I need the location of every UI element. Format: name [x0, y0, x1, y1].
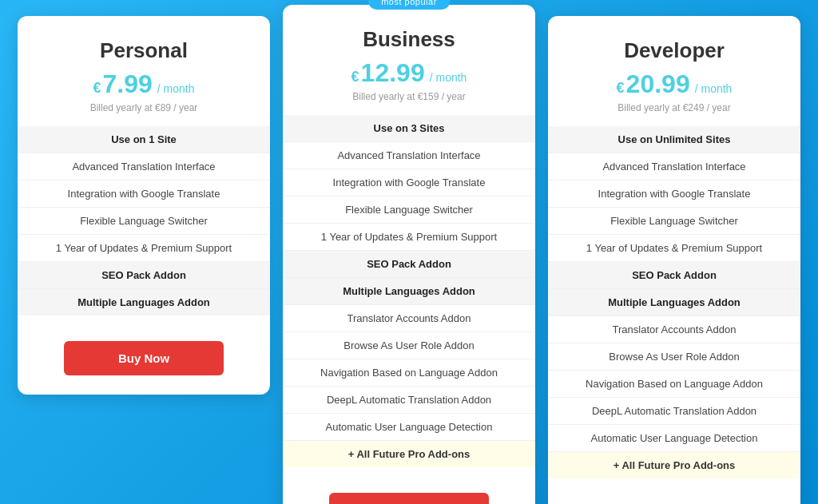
- feature-item: Translator Accounts Addon: [548, 316, 800, 343]
- feature-item: Multiple Languages Addon: [283, 278, 535, 305]
- feature-item: Flexible Language Switcher: [18, 208, 270, 235]
- feature-item: 1 Year of Updates & Premium Support: [18, 235, 270, 262]
- feature-item: DeepL Automatic Translation Addon: [283, 387, 535, 414]
- feature-item: Automatic User Language Detection: [548, 425, 800, 452]
- plan-price-row: € 20.99 / month: [564, 69, 784, 99]
- plan-card-developer: Developer € 20.99 / month Billed yearly …: [548, 16, 800, 504]
- feature-item: Use on 1 Site: [18, 126, 270, 153]
- feature-item: Flexible Language Switcher: [548, 208, 800, 235]
- pricing-container: Personal € 7.99 / month Billed yearly at…: [18, 16, 800, 504]
- plan-name: Developer: [564, 38, 784, 63]
- feature-item: + All Future Pro Add-ons: [283, 441, 535, 467]
- price-billed: Billed yearly at €159 / year: [299, 91, 519, 102]
- feature-item: Integration with Google Translate: [283, 169, 535, 196]
- price-period: / month: [157, 82, 195, 95]
- buy-now-button[interactable]: Buy Now: [329, 493, 489, 504]
- plan-header: Developer € 20.99 / month Billed yearly …: [548, 16, 800, 126]
- plan-card-personal: Personal € 7.99 / month Billed yearly at…: [18, 16, 270, 395]
- feature-item: Multiple Languages Addon: [548, 289, 800, 316]
- plan-footer: Buy Now: [548, 491, 800, 504]
- plan-card-business: most popular Business € 12.99 / month Bi…: [283, 5, 535, 504]
- feature-item: Integration with Google Translate: [18, 181, 270, 208]
- feature-item: SEO Pack Addon: [548, 262, 800, 289]
- price-period: / month: [695, 82, 733, 95]
- feature-item: Advanced Translation Interface: [283, 142, 535, 169]
- feature-item: SEO Pack Addon: [283, 251, 535, 278]
- plan-header: Business € 12.99 / month Billed yearly a…: [283, 5, 535, 115]
- feature-item: + All Future Pro Add-ons: [548, 452, 800, 478]
- plan-name: Business: [299, 27, 519, 52]
- plan-price-row: € 12.99 / month: [299, 58, 519, 88]
- price-amount: 20.99: [626, 69, 690, 99]
- feature-item: 1 Year of Updates & Premium Support: [283, 224, 535, 251]
- plan-footer: Buy Now: [18, 328, 270, 395]
- feature-item: Use on Unlimited Sites: [548, 126, 800, 153]
- feature-item: Multiple Languages Addon: [18, 289, 270, 315]
- price-currency: €: [617, 80, 625, 97]
- features-list: Use on 3 SitesAdvanced Translation Inter…: [283, 115, 535, 480]
- price-billed: Billed yearly at €89 / year: [34, 102, 254, 113]
- plan-price-row: € 7.99 / month: [34, 69, 254, 99]
- price-billed: Billed yearly at €249 / year: [564, 102, 784, 113]
- plan-header: Personal € 7.99 / month Billed yearly at…: [18, 16, 270, 126]
- price-amount: 7.99: [103, 69, 153, 99]
- feature-item: Browse As User Role Addon: [283, 332, 535, 359]
- feature-item: Advanced Translation Interface: [18, 153, 270, 181]
- feature-item: Advanced Translation Interface: [548, 153, 800, 181]
- features-list: Use on Unlimited SitesAdvanced Translati…: [548, 126, 800, 491]
- feature-item: DeepL Automatic Translation Addon: [548, 398, 800, 425]
- features-list: Use on 1 SiteAdvanced Translation Interf…: [18, 126, 270, 328]
- feature-item: Navigation Based on Language Addon: [548, 371, 800, 398]
- price-amount: 12.99: [361, 58, 425, 88]
- price-currency: €: [93, 80, 101, 97]
- price-period: / month: [430, 71, 467, 84]
- feature-item: 1 Year of Updates & Premium Support: [548, 235, 800, 262]
- buy-now-button[interactable]: Buy Now: [64, 341, 224, 375]
- price-currency: €: [351, 69, 359, 85]
- feature-item: Browse As User Role Addon: [548, 343, 800, 371]
- plan-footer: Buy Now: [283, 480, 535, 504]
- feature-item: Flexible Language Switcher: [283, 196, 535, 224]
- feature-item: Translator Accounts Addon: [283, 305, 535, 332]
- plan-name: Personal: [34, 38, 254, 63]
- feature-item: Use on 3 Sites: [283, 115, 535, 142]
- most-popular-badge: most popular: [368, 0, 450, 10]
- feature-item: Integration with Google Translate: [548, 181, 800, 208]
- feature-item: Automatic User Language Detection: [283, 414, 535, 441]
- feature-item: SEO Pack Addon: [18, 262, 270, 289]
- feature-item: Navigation Based on Language Addon: [283, 359, 535, 387]
